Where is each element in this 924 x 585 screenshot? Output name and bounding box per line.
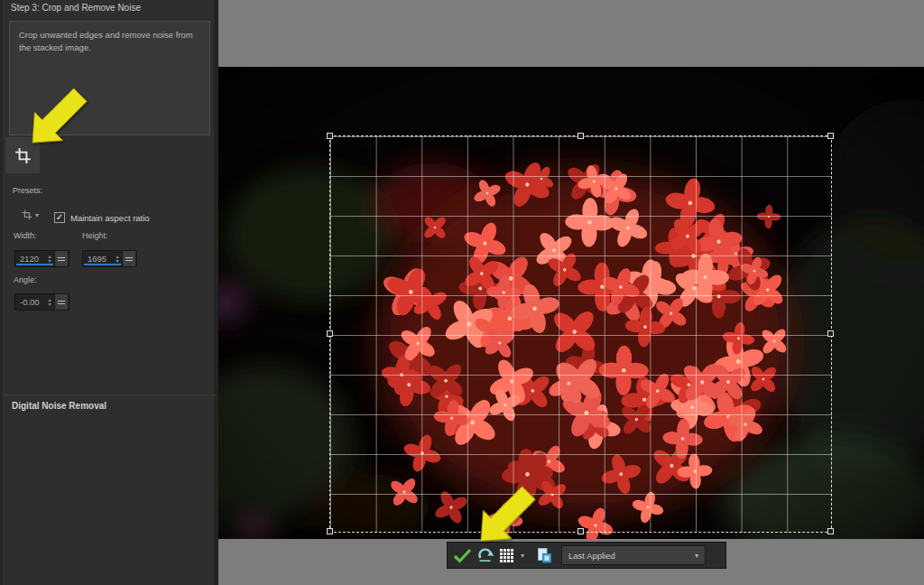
angle-spinner[interactable]: ▴▾ [45,294,54,310]
angle-input[interactable] [15,294,45,310]
caret-down-icon: ▾ [695,552,698,560]
angle-slider-button[interactable] [54,294,68,310]
angle-label: Angle: [14,275,37,284]
rotate-crop-button[interactable] [476,544,494,566]
width-input[interactable] [15,251,45,266]
height-field: ▴▾ [82,250,137,267]
width-slider-button[interactable] [54,251,68,266]
crop-handle-bottom-left[interactable] [327,528,333,534]
height-spinner[interactable]: ▴▾ [113,251,122,266]
step-description: Crop unwanted edges and remove noise fro… [9,21,210,135]
maintain-aspect-ratio-checkbox[interactable]: ✓ [54,212,65,223]
crop-preset-dropdown[interactable]: ▾ [22,209,39,220]
crop-handle-mid-right[interactable] [827,330,834,337]
caret-down-icon: ▾ [521,552,524,560]
crop-handle-top-left[interactable] [327,133,333,139]
crop-as-new-image-button[interactable] [536,544,553,566]
crop-icon [14,147,32,164]
step-title: Step 3: Crop and Remove Noise [11,3,141,13]
selected-preset-label: Last Applied [568,551,615,561]
apply-crop-button[interactable] [453,544,472,566]
image-canvas[interactable] [218,67,924,539]
guides-caret-button[interactable]: ▾ [519,552,526,560]
step-panel: Step 3: Crop and Remove Noise Crop unwan… [0,0,214,585]
crop-handle-mid-left[interactable] [327,330,333,337]
digital-noise-removal-header[interactable]: Digital Noise Removal [12,401,106,411]
crop-handle-bottom-right[interactable] [827,528,834,534]
crop-handle-top-center[interactable] [578,133,584,139]
crop-handle-top-right[interactable] [827,133,834,139]
workspace [214,0,924,585]
width-field: ▴▾ [14,250,69,267]
maintain-aspect-ratio-label: Maintain aspect ratio [70,213,150,223]
width-label: Width: [14,231,37,240]
presets-label: Presets: [13,186,42,195]
crop-as-new-image-icon [536,547,553,564]
apply-check-icon [453,548,472,563]
width-spinner[interactable]: ▴▾ [45,251,54,266]
crop-toolbar: ▾ Last Applied ▾ [447,542,726,569]
height-label: Height: [82,231,108,240]
composition-guides-button[interactable] [499,544,514,566]
crop-handle-bottom-center[interactable] [578,528,584,534]
rotate-arrow-icon [476,547,494,563]
section-divider [3,395,217,395]
caret-down-icon: ▾ [35,211,39,219]
crop-preset-icon [22,209,32,220]
crop-marquee[interactable] [329,135,832,533]
crop-tool-button[interactable] [5,137,40,173]
height-slider-button[interactable] [122,251,135,266]
checkmark-icon: ✓ [56,212,63,222]
crop-preset-select[interactable]: Last Applied ▾ [561,545,706,565]
grid-icon [499,548,514,563]
height-input[interactable] [83,251,113,266]
angle-field: ▴▾ [14,293,69,311]
